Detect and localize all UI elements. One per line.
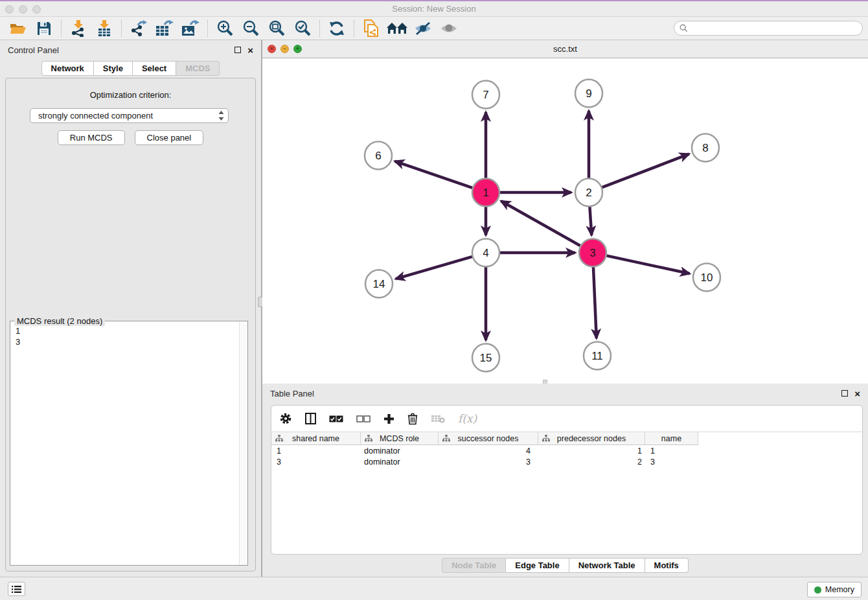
- network-canvas[interactable]: 7968124314101511: [262, 58, 868, 384]
- export-network-button[interactable]: [126, 19, 152, 38]
- column-header-name[interactable]: name: [645, 432, 698, 445]
- search-box[interactable]: [674, 21, 863, 36]
- edge-3-11[interactable]: [593, 267, 597, 338]
- zoom-selected-button[interactable]: [290, 19, 315, 38]
- zoom-out-button[interactable]: [238, 19, 264, 38]
- search-input[interactable]: [691, 23, 857, 34]
- column-header-shared-name[interactable]: shared name: [271, 432, 361, 445]
- refresh-button[interactable]: [324, 19, 350, 38]
- tab-style[interactable]: Style: [94, 61, 133, 76]
- function-builder-button[interactable]: f(x): [458, 411, 477, 426]
- mcds-result-item: 1: [16, 325, 242, 336]
- table-settings-button[interactable]: [279, 411, 292, 426]
- edge-2-8[interactable]: [602, 154, 689, 187]
- show-panel-button[interactable]: [436, 19, 462, 38]
- table-cell[interactable]: 2: [538, 456, 645, 467]
- hide-panel-button[interactable]: [410, 19, 436, 38]
- close-panel-button[interactable]: Close panel: [135, 130, 204, 145]
- table-cell[interactable]: 3: [439, 456, 538, 467]
- open-session-button[interactable]: [5, 19, 31, 38]
- table-cell[interactable]: dominator: [361, 456, 439, 467]
- table-header-row[interactable]: shared nameMCDS rolesuccessor nodesprede…: [271, 432, 862, 445]
- memory-label: Memory: [825, 585, 854, 594]
- table-body[interactable]: 1dominator4113dominator323: [271, 445, 862, 467]
- zoom-in-button[interactable]: [212, 19, 238, 38]
- node-6[interactable]: 6: [365, 142, 392, 170]
- optimization-dropdown[interactable]: strongly connected component: [30, 108, 229, 123]
- session-title: Session: New Session: [0, 4, 868, 14]
- node-15[interactable]: 15: [472, 344, 499, 372]
- trash-icon: [407, 413, 418, 425]
- node-1[interactable]: 1: [472, 179, 499, 207]
- table-cell[interactable]: 1: [645, 445, 698, 456]
- save-session-button[interactable]: [31, 19, 57, 38]
- network-overview-button[interactable]: [358, 19, 384, 38]
- tab-edge-table[interactable]: Edge Table: [506, 558, 569, 573]
- svg-text:10: 10: [701, 271, 713, 284]
- node-14[interactable]: 14: [365, 270, 393, 298]
- node-3[interactable]: 3: [579, 239, 606, 267]
- float-table-panel-icon[interactable]: [841, 390, 848, 397]
- node-10[interactable]: 10: [693, 264, 720, 292]
- network-window-titlebar[interactable]: × − + scc.txt: [262, 40, 868, 58]
- table-cell[interactable]: 4: [439, 445, 538, 456]
- tab-network[interactable]: Network: [41, 61, 94, 76]
- edge-3-1[interactable]: [501, 201, 580, 246]
- close-table-panel-icon[interactable]: ×: [854, 389, 860, 398]
- delete-rows-button[interactable]: [407, 411, 418, 426]
- optimization-label: Optimization criterion:: [6, 90, 255, 100]
- task-history-button[interactable]: [8, 582, 25, 596]
- column-visibility-button[interactable]: [305, 411, 316, 426]
- table-cell[interactable]: 3: [271, 456, 361, 467]
- run-mcds-button[interactable]: Run MCDS: [58, 130, 125, 145]
- table-row[interactable]: 3dominator323: [271, 456, 862, 467]
- node-7[interactable]: 7: [472, 81, 499, 109]
- import-network-button[interactable]: [65, 19, 91, 38]
- tab-motifs[interactable]: Motifs: [645, 558, 689, 573]
- columns-icon: [305, 413, 316, 424]
- column-header-MCDS-role[interactable]: MCDS role: [361, 432, 439, 445]
- delete-column-button[interactable]: [431, 411, 445, 426]
- node-11[interactable]: 11: [584, 342, 611, 370]
- node-8[interactable]: 8: [692, 134, 719, 162]
- column-header-predecessor-nodes[interactable]: predecessor nodes: [538, 432, 645, 445]
- float-panel-icon[interactable]: [234, 47, 241, 53]
- tab-node-table[interactable]: Node Table: [442, 558, 506, 573]
- zoom-fit-button[interactable]: [264, 19, 290, 38]
- network-graph[interactable]: 7968124314101511: [262, 58, 868, 384]
- edge-1-6[interactable]: [395, 161, 473, 188]
- svg-text:2: 2: [586, 187, 591, 199]
- tab-select[interactable]: Select: [133, 61, 176, 76]
- import-table-button[interactable]: [91, 19, 117, 38]
- edge-3-10[interactable]: [607, 256, 690, 274]
- table-cell[interactable]: 3: [645, 456, 698, 467]
- show-all-panels-button[interactable]: [384, 19, 410, 38]
- export-image-icon: [181, 20, 200, 37]
- memory-button[interactable]: Memory: [807, 582, 862, 597]
- table-cell[interactable]: 1: [538, 445, 645, 456]
- table-panel: Table Panel ×: [262, 384, 868, 577]
- plus-icon: [383, 413, 394, 424]
- svg-text:4: 4: [483, 247, 488, 259]
- table-cell[interactable]: dominator: [361, 445, 439, 456]
- export-table-button[interactable]: [152, 19, 177, 38]
- result-scrollbar[interactable]: [239, 321, 247, 565]
- table-row[interactable]: 1dominator411: [271, 445, 862, 456]
- edge-4-14[interactable]: [396, 257, 472, 279]
- table-tabs: Node TableEdge TableNetwork TableMotifs: [262, 557, 868, 573]
- add-row-button[interactable]: [383, 411, 394, 426]
- dropdown-value: strongly connected component: [38, 111, 218, 121]
- close-panel-icon[interactable]: ×: [247, 45, 253, 55]
- select-all-button[interactable]: [329, 411, 343, 426]
- node-2[interactable]: 2: [575, 179, 602, 207]
- node-4[interactable]: 4: [472, 239, 499, 267]
- tab-network-table[interactable]: Network Table: [569, 558, 645, 573]
- edge-2-3[interactable]: [589, 207, 591, 235]
- node-9[interactable]: 9: [575, 80, 602, 108]
- column-header-successor-nodes[interactable]: successor nodes: [439, 432, 538, 445]
- table-cell[interactable]: 1: [271, 445, 361, 456]
- export-image-button[interactable]: [177, 19, 203, 38]
- tab-mcds[interactable]: MCDS: [176, 61, 220, 76]
- deselect-all-button[interactable]: [356, 411, 371, 426]
- network-file-icon: [363, 19, 380, 38]
